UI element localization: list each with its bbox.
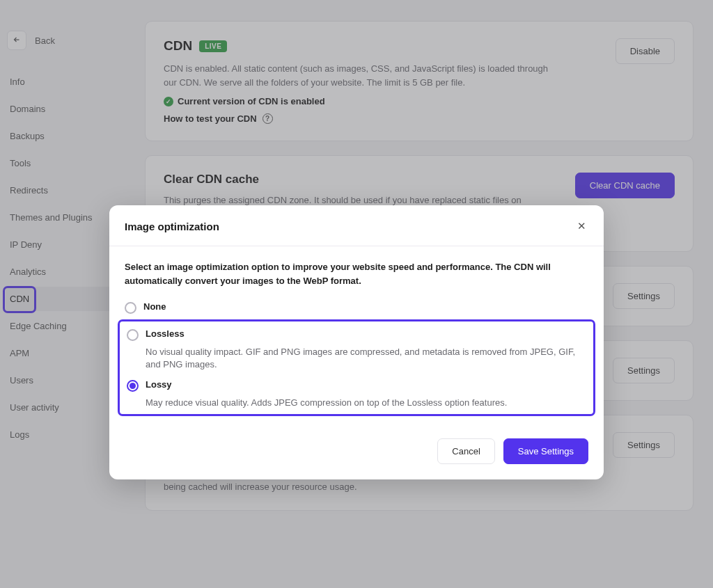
option-lossy-label: Lossy (146, 379, 172, 390)
modal-footer: Cancel Save Settings (109, 423, 604, 479)
option-lossless[interactable]: Lossless (125, 326, 588, 344)
radio-lossless[interactable] (127, 329, 139, 341)
cancel-button[interactable]: Cancel (437, 438, 494, 464)
save-settings-button[interactable]: Save Settings (503, 438, 588, 464)
option-none[interactable]: None (125, 299, 588, 317)
highlighted-options: Lossless No visual quality impact. GIF a… (118, 319, 595, 416)
radio-lossy[interactable] (127, 380, 139, 392)
option-lossless-label: Lossless (146, 328, 185, 339)
close-icon: ✕ (577, 220, 586, 232)
radio-none[interactable] (125, 302, 136, 314)
close-button[interactable]: ✕ (574, 219, 588, 233)
option-lossy[interactable]: Lossy (125, 376, 588, 395)
option-none-label: None (143, 301, 166, 312)
image-optimization-modal: Image optimization ✕ Select an image opt… (109, 205, 604, 479)
option-lossy-help: May reduce visual quality. Adds JPEG com… (146, 397, 588, 409)
modal-header: Image optimization ✕ (109, 205, 604, 246)
modal-description: Select an image optimization option to i… (125, 260, 588, 287)
modal-body: Select an image optimization option to i… (109, 246, 604, 423)
modal-title: Image optimization (125, 221, 219, 232)
modal-overlay: Image optimization ✕ Select an image opt… (0, 0, 713, 588)
option-lossless-help: No visual quality impact. GIF and PNG im… (146, 346, 588, 371)
